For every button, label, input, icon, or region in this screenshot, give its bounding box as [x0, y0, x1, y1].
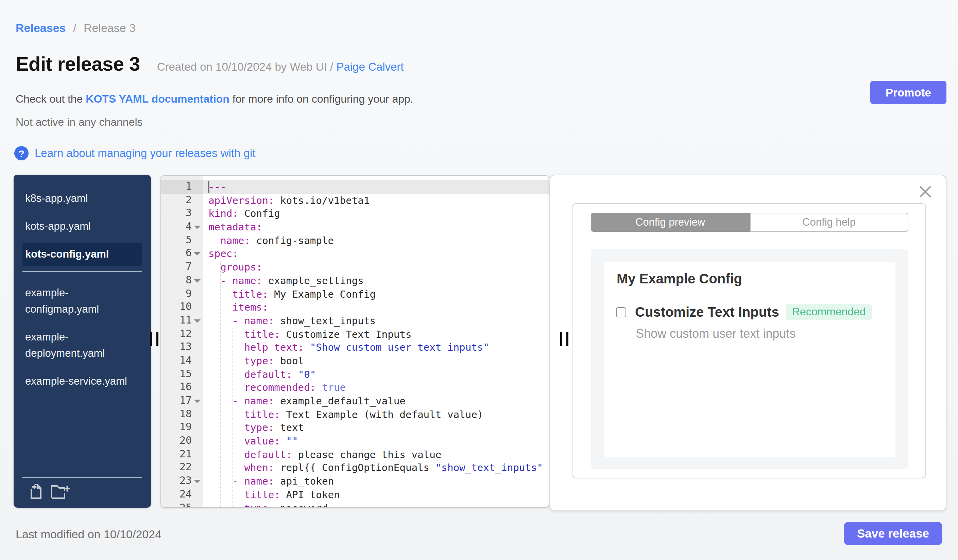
- file-item-example-deployment-yaml[interactable]: example-deployment.yaml: [22, 326, 142, 365]
- code-line: type: password: [203, 501, 549, 507]
- close-icon[interactable]: [918, 185, 932, 198]
- code-line: help_text: "Show custom user text inputs…: [203, 341, 549, 354]
- fold-arrow-icon[interactable]: [194, 279, 201, 283]
- created-info: Created on 10/10/2024 by Web UI / Paige …: [157, 60, 404, 73]
- line-number: 5: [161, 234, 203, 247]
- code-line: kind: Config: [203, 207, 549, 220]
- sidebar-resize-handle[interactable]: [150, 332, 159, 346]
- created-by-link[interactable]: Paige Calvert: [336, 60, 403, 73]
- file-item-kots-config-yaml[interactable]: kots-config.yaml: [22, 243, 142, 266]
- code-line: apiVersion: kots.io/v1beta1: [203, 193, 549, 207]
- line-number: 16: [161, 381, 203, 394]
- line-number: 10: [161, 301, 203, 314]
- code-line: - name: show_text_inputs: [203, 314, 549, 327]
- config-group-title: My Example Config: [617, 271, 742, 287]
- code-line: default: "0": [203, 367, 549, 381]
- tab-config-help[interactable]: Config help: [750, 213, 908, 232]
- docs-info-suffix: for more info on configuring your app.: [230, 93, 413, 104]
- line-number: 12: [161, 327, 203, 340]
- line-number: 20: [161, 434, 203, 448]
- line-number: 3: [161, 207, 203, 220]
- title-row: Edit release 3 Created on 10/10/2024 by …: [16, 52, 404, 76]
- line-number: 21: [161, 448, 203, 461]
- code-line: type: bool: [203, 354, 549, 367]
- code-line: when: repl{{ ConfigOptionEquals "show_te…: [203, 461, 549, 475]
- promote-button[interactable]: Promote: [870, 81, 947, 104]
- line-number: 24: [161, 488, 203, 501]
- config-item-help: Show custom user text inputs: [636, 327, 796, 341]
- git-releases-link[interactable]: Learn about managing your releases with …: [35, 147, 255, 160]
- code-line: name: config-sample: [203, 234, 549, 247]
- line-number: 23: [161, 475, 203, 487]
- sidebar-footer-icons: [14, 478, 151, 508]
- line-number: 25: [161, 501, 203, 508]
- breadcrumb-separator: /: [73, 22, 76, 35]
- code-line: title: Text Example (with default value): [203, 407, 549, 421]
- line-number: 7: [161, 260, 203, 274]
- editor-resize-handle[interactable]: [560, 332, 568, 346]
- docs-info-prefix: Check out the: [16, 93, 86, 104]
- code-line: title: Customize Text Inputs: [203, 327, 549, 340]
- line-number: 17: [161, 394, 203, 407]
- kots-docs-link[interactable]: KOTS YAML documentation: [86, 93, 230, 104]
- config-preview-form: My Example Config Customize Text Inputs …: [604, 262, 895, 457]
- page-title: Edit release 3: [16, 52, 140, 76]
- config-preview-surface: My Example Config Customize Text Inputs …: [591, 249, 908, 469]
- created-text: Created on 10/10/2024 by Web UI /: [157, 60, 336, 73]
- question-icon: ?: [14, 146, 29, 160]
- customize-text-inputs-checkbox[interactable]: [616, 307, 626, 317]
- code-line: title: My Example Config: [203, 287, 549, 301]
- line-number: 22: [161, 461, 203, 475]
- config-item-label[interactable]: Customize Text Inputs: [635, 304, 779, 320]
- file-item-example-service-yaml[interactable]: example-service.yaml: [22, 370, 142, 393]
- fold-arrow-icon[interactable]: [194, 320, 201, 323]
- fold-arrow-icon[interactable]: [194, 480, 201, 483]
- line-number: 13: [161, 341, 203, 354]
- line-number: 4: [161, 220, 203, 233]
- config-tabs: Config previewConfig help: [591, 213, 908, 232]
- sidebar-footer: [14, 477, 151, 508]
- config-preview-card: Config previewConfig help My Example Con…: [572, 203, 926, 478]
- git-help-row: ? Learn about managing your releases wit…: [14, 146, 255, 160]
- line-number: 14: [161, 354, 203, 367]
- code-line: groups:: [203, 260, 549, 274]
- code-line: spec:: [203, 247, 549, 260]
- new-folder-icon[interactable]: [51, 484, 71, 500]
- channel-status: Not active in any channels: [16, 116, 143, 128]
- code-line: value: "": [203, 434, 549, 448]
- save-release-button[interactable]: Save release: [844, 522, 942, 545]
- line-number: 11: [161, 314, 203, 327]
- code-line: title: API token: [203, 488, 549, 501]
- breadcrumb-link-releases[interactable]: Releases: [16, 22, 66, 35]
- file-item-k8s-app-yaml[interactable]: k8s-app.yaml: [22, 187, 142, 210]
- file-sidebar: k8s-app.yamlkots-app.yamlkots-config.yam…: [14, 175, 151, 508]
- line-number: 9: [161, 287, 203, 301]
- file-list-top: k8s-app.yamlkots-app.yamlkots-config.yam…: [22, 187, 142, 266]
- fold-arrow-icon[interactable]: [194, 226, 201, 229]
- fold-arrow-icon[interactable]: [194, 400, 201, 403]
- config-item-row: Customize Text Inputs Recommended: [616, 304, 872, 320]
- text-cursor: [208, 181, 209, 193]
- code-line: - name: api_token: [203, 475, 549, 487]
- release-editor-page: Releases / Release 3 Edit release 3 Crea…: [0, 0, 958, 560]
- code-line: type: text: [203, 421, 549, 434]
- config-preview-panel: Config previewConfig help My Example Con…: [549, 175, 947, 511]
- code-line: default: please change this value: [203, 448, 549, 461]
- file-item-kots-app-yaml[interactable]: kots-app.yaml: [22, 215, 142, 238]
- line-number: 6: [161, 247, 203, 260]
- breadcrumb-current: Release 3: [84, 22, 136, 35]
- indent-guide: [232, 327, 233, 507]
- new-file-icon[interactable]: [29, 484, 43, 500]
- file-item-example-configmap-yaml[interactable]: example-configmap.yaml: [22, 282, 142, 321]
- tab-config-preview[interactable]: Config preview: [591, 213, 750, 232]
- code-line: items:: [203, 301, 549, 314]
- fold-arrow-icon[interactable]: [194, 253, 201, 256]
- breadcrumb: Releases / Release 3: [16, 21, 136, 36]
- code-line: recommended: true: [203, 381, 549, 394]
- docs-info: Check out the KOTS YAML documentation fo…: [16, 93, 413, 105]
- yaml-code-editor[interactable]: 1234567891011121314151617181920212223242…: [160, 176, 549, 508]
- line-number: 15: [161, 367, 203, 381]
- code-line: - name: example_default_value: [203, 394, 549, 407]
- editor-code-area: ---apiVersion: kots.io/v1beta1kind: Conf…: [203, 176, 549, 507]
- line-number: 19: [161, 421, 203, 434]
